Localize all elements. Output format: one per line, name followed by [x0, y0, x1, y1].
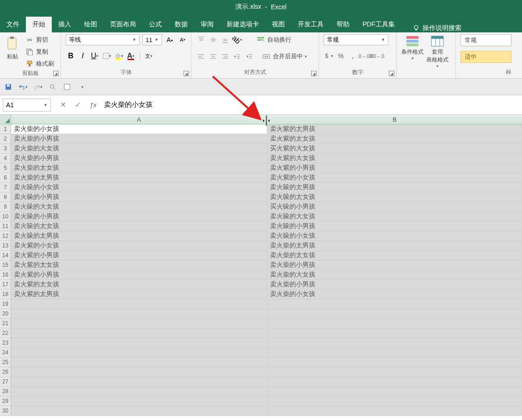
fill-color-button[interactable]: ▾ — [114, 51, 124, 61]
fx-icon[interactable]: ƒx — [90, 101, 97, 109]
row-header[interactable]: 30 — [0, 406, 11, 416]
cell[interactable] — [267, 367, 522, 377]
increase-indent-button[interactable] — [244, 51, 254, 62]
cell[interactable]: 卖火柴的小女孩 — [11, 124, 267, 134]
cell[interactable]: 卖火哚的太女孩 — [267, 192, 522, 202]
cell[interactable] — [11, 377, 267, 387]
cell[interactable] — [11, 348, 267, 358]
tab-data[interactable]: 数据 — [168, 17, 194, 32]
cell[interactable]: 卖火紫的太女孩 — [11, 260, 267, 270]
font-color-button[interactable]: A ▾ — [126, 51, 136, 61]
new-file-button[interactable] — [63, 82, 72, 92]
row-header[interactable]: 1 — [0, 124, 11, 134]
row-header[interactable]: 17 — [0, 280, 11, 290]
cell[interactable]: 卖火哚的小男孩 — [11, 192, 267, 202]
column-header-A[interactable]: A — [11, 115, 267, 124]
cell[interactable]: 卖火柴的太男孩 — [11, 173, 267, 183]
cell[interactable]: 买火哚的小男孩 — [267, 202, 522, 212]
cell[interactable]: 卖火哚的小女孩 — [11, 183, 267, 192]
cell[interactable] — [267, 348, 522, 358]
print-preview-button[interactable] — [48, 82, 57, 92]
align-center-button[interactable] — [208, 51, 218, 62]
cell[interactable] — [11, 358, 267, 367]
align-bottom-button[interactable] — [220, 35, 230, 45]
cell[interactable] — [267, 387, 522, 396]
row-header[interactable]: 12 — [0, 231, 11, 241]
tab-draw[interactable]: 绘图 — [78, 17, 104, 32]
row-header[interactable]: 15 — [0, 260, 11, 270]
cell[interactable]: 卖火紫的太男孩 — [267, 124, 522, 134]
cell[interactable]: 卖火柴的太女孩 — [11, 163, 267, 173]
italic-button[interactable]: I — [78, 51, 88, 61]
percent-button[interactable]: % — [336, 51, 346, 61]
merge-center-button[interactable]: 合并后居中 ▾ — [260, 51, 309, 62]
clipboard-dialog-launcher[interactable]: ◢ — [53, 71, 59, 76]
cell[interactable]: 卖火哚的大女孩 — [11, 202, 267, 212]
tab-home[interactable]: 开始 — [26, 17, 52, 32]
column-header-B[interactable]: B — [267, 115, 522, 124]
row-header[interactable]: 16 — [0, 270, 11, 280]
cell[interactable] — [11, 299, 267, 309]
cell[interactable]: 卖火紫的小男孩 — [267, 163, 522, 173]
cell[interactable]: 卖火柴的大女孩 — [11, 144, 267, 154]
cell[interactable] — [267, 358, 522, 367]
tab-file[interactable]: 文件 — [0, 17, 26, 32]
row-header[interactable]: 22 — [0, 328, 11, 338]
cell[interactable]: 卖火哚的太男孩 — [11, 231, 267, 241]
orientation-button[interactable]: ab▾ — [232, 35, 242, 45]
cell[interactable]: 卖火柴的小男孩 — [11, 134, 267, 144]
tab-formulas[interactable]: 公式 — [142, 17, 168, 32]
row-header[interactable]: 27 — [0, 377, 11, 387]
font-size-select[interactable]: 11 ▼ — [142, 34, 162, 45]
tab-view[interactable]: 视图 — [265, 17, 291, 32]
cell[interactable]: 卖火紫的大女孩 — [267, 154, 522, 163]
cell[interactable]: 卖火紫的小男孩 — [11, 251, 267, 260]
decrease-font-button[interactable]: A▾ — [178, 35, 188, 45]
underline-button[interactable]: U▾ — [90, 51, 100, 61]
comma-button[interactable]: , — [348, 51, 358, 61]
row-header[interactable]: 4 — [0, 154, 11, 163]
row-header[interactable]: 24 — [0, 348, 11, 358]
cell[interactable] — [267, 406, 522, 416]
cell[interactable]: 卖火哚的小男孩 — [11, 212, 267, 222]
increase-font-button[interactable]: A▴ — [165, 35, 175, 45]
align-left-button[interactable] — [196, 51, 206, 62]
tab-developer[interactable]: 开发工具 — [291, 17, 330, 32]
cell[interactable] — [11, 387, 267, 396]
row-header[interactable]: 25 — [0, 358, 11, 367]
cell[interactable]: 卖火紫的太女孩 — [267, 134, 522, 144]
row-header[interactable]: 7 — [0, 183, 11, 192]
alignment-dialog-launcher[interactable]: ◢ — [311, 71, 317, 76]
decrease-indent-button[interactable] — [232, 51, 242, 62]
cell[interactable] — [267, 396, 522, 406]
row-header[interactable]: 20 — [0, 309, 11, 319]
row-header[interactable]: 21 — [0, 319, 11, 328]
row-header[interactable]: 8 — [0, 192, 11, 202]
cell[interactable] — [267, 377, 522, 387]
cell[interactable]: 卖火哚的小男孩 — [267, 222, 522, 231]
cell[interactable]: 卖火紫的小男孩 — [11, 270, 267, 280]
row-header[interactable]: 2 — [0, 134, 11, 144]
row-header[interactable]: 14 — [0, 251, 11, 260]
font-name-select[interactable]: 等线 ▼ — [66, 34, 140, 45]
align-top-button[interactable] — [196, 35, 206, 45]
phonetic-button[interactable]: 文 ▾ — [144, 51, 154, 61]
bold-button[interactable]: B — [66, 51, 76, 61]
cell[interactable]: 卖火哚的大女孩 — [267, 212, 522, 222]
cell[interactable] — [11, 338, 267, 348]
row-header[interactable]: 18 — [0, 290, 11, 299]
cell[interactable]: 卖火哚的小女孩 — [267, 231, 522, 241]
cut-button[interactable]: ✂ 剪切 — [23, 34, 56, 45]
align-middle-button[interactable] — [208, 35, 218, 45]
cell[interactable]: 卖火柴的小男孩 — [267, 280, 522, 290]
cell[interactable]: 卖火柴的小男孩 — [267, 260, 522, 270]
cell[interactable]: 卖火哚的太男孩 — [267, 183, 522, 192]
cell[interactable]: 卖火紫的太女孩 — [11, 280, 267, 290]
cell[interactable]: 卖火柴的小男孩 — [11, 154, 267, 163]
tab-insert[interactable]: 插入 — [52, 17, 78, 32]
cell-style-normal[interactable]: 常规 — [461, 34, 511, 46]
tell-me-search[interactable]: 操作说明搜索 — [412, 24, 461, 32]
increase-decimal-button[interactable]: .0→.00 — [360, 51, 370, 61]
name-box[interactable]: A1 ▼ — [3, 99, 51, 111]
decrease-decimal-button[interactable]: .00→.0 — [372, 51, 382, 61]
